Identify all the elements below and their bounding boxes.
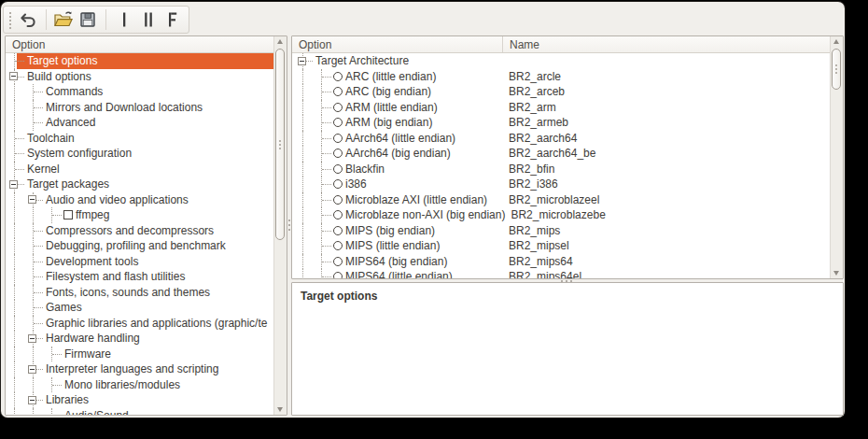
tree-row[interactable]: Toolchain: [6, 131, 273, 147]
tree-row[interactable]: ARM (big endian)BR2_armeb: [292, 115, 830, 131]
right-panel-scrollbar[interactable]: [830, 36, 843, 278]
radio-icon[interactable]: [333, 195, 343, 205]
scrollbar-thumb[interactable]: [832, 49, 841, 90]
tree-row[interactable]: Build options: [6, 69, 273, 85]
tree-row[interactable]: Advanced: [6, 115, 273, 131]
tree-row[interactable]: Microblaze non-AXI (big endian)BR2_micro…: [292, 207, 830, 223]
tree-branch-line: [296, 162, 315, 177]
tree-row[interactable]: Graphic libraries and applications (grap…: [6, 316, 273, 332]
tree-branch-line: [315, 69, 333, 85]
scroll-up-icon[interactable]: [277, 39, 283, 44]
save-config-button[interactable]: [77, 7, 99, 32]
tree-row[interactable]: ARC (big endian)BR2_arceb: [292, 84, 830, 100]
tree-row-option-cell: Target options: [6, 53, 273, 69]
tree-branch-line: [26, 347, 45, 362]
tree-row-label: Filesystem and flash utilities: [45, 269, 185, 285]
back-button[interactable]: [17, 7, 39, 32]
tree-branch-line: [26, 84, 45, 100]
tree-branch-line: [296, 223, 315, 239]
tree-row-option-cell: Blackfin: [292, 162, 503, 177]
tree-row[interactable]: AArch64 (big endian)BR2_aarch64_be: [292, 146, 830, 162]
split-view-button[interactable]: [137, 7, 160, 32]
checkbox-icon[interactable]: [63, 210, 73, 220]
tree-branch-line: [7, 131, 26, 147]
scroll-down-icon[interactable]: [277, 407, 283, 412]
scrollbar-thumb[interactable]: [275, 49, 285, 240]
tree-row[interactable]: Firmware: [6, 347, 273, 362]
scroll-down-icon[interactable]: [833, 271, 839, 276]
tree-row[interactable]: BlackfinBR2_bfin: [292, 162, 830, 177]
collapse-minus-icon[interactable]: [9, 180, 18, 189]
collapse-minus-icon[interactable]: [28, 396, 36, 404]
radio-icon[interactable]: [333, 72, 343, 81]
option-column-header[interactable]: Option: [6, 36, 273, 52]
left-panel-scrollbar[interactable]: [273, 36, 287, 415]
tree-row[interactable]: Target options: [6, 53, 273, 69]
tree-row-option-cell: Libraries: [6, 392, 273, 408]
tree-row-label: Target packages: [26, 177, 109, 192]
tree-row[interactable]: Target Architecture: [292, 53, 830, 69]
single-view-button[interactable]: [113, 7, 135, 32]
tree-row[interactable]: AArch64 (little endian)BR2_aarch64: [292, 131, 830, 147]
radio-icon[interactable]: [333, 241, 343, 250]
tree-branch-line: [315, 146, 333, 162]
scroll-up-icon[interactable]: [833, 39, 839, 44]
full-view-button[interactable]: [161, 7, 184, 32]
collapse-minus-icon[interactable]: [28, 365, 36, 374]
radio-icon[interactable]: [333, 118, 343, 127]
tree-row[interactable]: MIPS64 (little endian)BR2_mips64el: [292, 269, 830, 278]
tree-row[interactable]: Filesystem and flash utilities: [6, 269, 273, 285]
tree-row-option-cell: ARC (little endian): [292, 69, 503, 85]
tree-row[interactable]: Audio/Sound: [6, 408, 273, 416]
tree-row-label: Commands: [45, 84, 103, 100]
radio-icon[interactable]: [333, 149, 343, 158]
radio-icon[interactable]: [333, 272, 343, 278]
radio-icon[interactable]: [333, 134, 343, 143]
radio-icon[interactable]: [333, 87, 343, 96]
collapse-minus-icon[interactable]: [28, 334, 36, 343]
tree-row[interactable]: MIPS (big endian)BR2_mips: [292, 223, 830, 239]
tree-row[interactable]: Debugging, profiling and benchmark: [6, 238, 273, 254]
tree-row[interactable]: Hardware handling: [6, 331, 273, 347]
tree-row[interactable]: Fonts, icons, sounds and themes: [6, 285, 273, 301]
name-column-header[interactable]: Name: [503, 36, 830, 52]
collapse-minus-icon[interactable]: [28, 195, 36, 204]
tree-branch-line: [7, 408, 26, 416]
tree-row[interactable]: Kernel: [6, 162, 273, 177]
tree-row[interactable]: Development tools: [6, 254, 273, 270]
tree-row-option-cell: AArch64 (little endian): [292, 131, 503, 147]
tree-row[interactable]: Games: [6, 300, 273, 316]
radio-icon[interactable]: [333, 226, 343, 235]
option-column-header[interactable]: Option: [292, 36, 503, 52]
radio-icon[interactable]: [333, 164, 343, 174]
radio-icon[interactable]: [333, 179, 343, 189]
tree-row[interactable]: i386BR2_i386: [292, 177, 830, 192]
tree-row[interactable]: Microblaze AXI (little endian)BR2_microb…: [292, 192, 830, 208]
tree-row[interactable]: System configuration: [6, 146, 273, 162]
tree-row[interactable]: Libraries: [6, 392, 273, 408]
tree-row[interactable]: Target packages: [6, 177, 273, 192]
collapse-minus-icon[interactable]: [298, 57, 306, 65]
tree-row-label: ARM (little endian): [344, 100, 438, 116]
tree-row[interactable]: Mono libraries/modules: [6, 377, 273, 393]
tree-row[interactable]: ARC (little endian)BR2_arcle: [292, 69, 830, 85]
radio-icon[interactable]: [333, 103, 343, 112]
toolbar-drag-handle[interactable]: [7, 10, 11, 29]
collapse-minus-icon[interactable]: [9, 72, 18, 80]
vertical-splitter-handle[interactable]: [288, 224, 290, 226]
tree-branch-line: [26, 254, 45, 270]
tree-row[interactable]: Interpreter languages and scripting: [6, 361, 273, 377]
tree-row[interactable]: Compressors and decompressors: [6, 223, 273, 239]
tree-row[interactable]: Audio and video applications: [6, 192, 273, 208]
tree-row[interactable]: Mirrors and Download locations: [6, 100, 273, 116]
tree-branch-line: [7, 115, 26, 131]
symbol-name: BR2_i386: [503, 177, 830, 191]
radio-icon[interactable]: [333, 257, 343, 266]
tree-row[interactable]: Commands: [6, 84, 273, 100]
tree-row[interactable]: MIPS (little endian)BR2_mipsel: [292, 238, 830, 254]
load-config-button[interactable]: [53, 7, 76, 32]
tree-row[interactable]: MIPS64 (big endian)BR2_mips64: [292, 254, 830, 270]
tree-row[interactable]: ARM (little endian)BR2_arm: [292, 100, 830, 116]
radio-icon[interactable]: [333, 210, 343, 220]
tree-row[interactable]: ffmpeg: [6, 207, 273, 223]
